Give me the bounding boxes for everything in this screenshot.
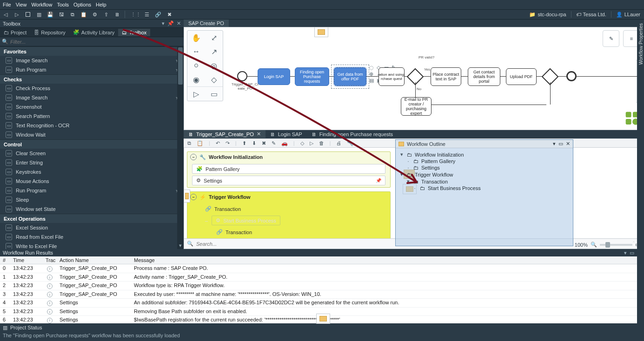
outline-title-bar[interactable]: Workflow Outline ▾ ▭ ✕ bbox=[396, 140, 573, 148]
panel-menu-icon[interactable]: ▾ bbox=[162, 20, 165, 26]
wft-diamond-icon[interactable]: ◇ bbox=[300, 140, 304, 146]
toolbox-group[interactable]: Favorites˅ bbox=[0, 46, 184, 56]
scroll-thumb[interactable] bbox=[178, 47, 183, 85]
menu-options[interactable]: Options bbox=[73, 2, 91, 7]
tree-row[interactable]: ·🗀Settings bbox=[399, 164, 569, 171]
collapse-icon[interactable]: – bbox=[205, 218, 208, 223]
toolbox-group[interactable]: Checks˅ bbox=[0, 74, 184, 84]
panel-pin-icon[interactable]: 📌 bbox=[167, 20, 174, 26]
wf-pattern-gallery[interactable]: 🧩 Pattern Gallery bbox=[192, 164, 385, 174]
bpmn-task-place-contract[interactable]: Place contract text in SAP bbox=[431, 67, 461, 86]
panel-pin-icon[interactable]: ▭ bbox=[630, 250, 634, 256]
tool-link-icon[interactable]: 🔗 bbox=[154, 11, 162, 18]
col-trace[interactable]: Trac bbox=[43, 256, 57, 264]
tool-open-icon[interactable]: ▥ bbox=[35, 11, 43, 18]
toolbox-group[interactable]: Excel Operations˅ bbox=[0, 214, 184, 223]
toolbox-item[interactable]: ▭Check Process bbox=[0, 84, 184, 93]
wft-trash-icon[interactable]: 🗑 bbox=[319, 140, 324, 146]
palette-gateway-icon[interactable]: ◇ bbox=[205, 72, 223, 86]
toolbox-list[interactable]: ▴ ▾ Favorites˅▭Image Search★▭Run Program… bbox=[0, 46, 184, 249]
toolbox-item[interactable]: ▭Keystrokes bbox=[0, 167, 184, 177]
page-handle-top[interactable] bbox=[314, 27, 328, 37]
tool-back-icon[interactable]: ◁ bbox=[2, 11, 9, 18]
run-results-grid[interactable]: # Time Trac Action Name Message 013:42:2… bbox=[0, 256, 644, 323]
wft-copy-icon[interactable]: ⧉ bbox=[187, 140, 191, 146]
palette-start-icon[interactable] bbox=[187, 59, 205, 72]
outline-menu-icon[interactable]: ▾ bbox=[553, 141, 556, 147]
col-message[interactable]: Message bbox=[131, 256, 644, 264]
panel-menu-icon[interactable]: ▾ bbox=[624, 250, 627, 256]
wf-tab-find[interactable]: 🗎 Finding open Purchase requests bbox=[307, 131, 398, 138]
zoom-slider[interactable] bbox=[600, 244, 632, 246]
wft-edit-icon[interactable]: ✎ bbox=[272, 140, 276, 146]
outline-tree[interactable]: ▾🗀Workflow Initialization·🗀Pattern Galle… bbox=[396, 148, 573, 194]
tab-repository[interactable]: 🗄 Repository bbox=[30, 29, 69, 36]
tool-new-icon[interactable] bbox=[24, 11, 32, 18]
toolbox-item[interactable]: ▭Window Wait bbox=[0, 130, 184, 139]
table-row[interactable]: 013:42:23iTrigger_SAP_Create_POProcess n… bbox=[0, 264, 644, 273]
toolbox-item[interactable]: ▭Image Search★ bbox=[0, 93, 184, 102]
col-index[interactable]: # bbox=[0, 256, 10, 264]
palette-subprocess-icon[interactable]: ▭ bbox=[205, 87, 223, 101]
bpmn-task-get-contact[interactable]: Get contact details from portal bbox=[468, 67, 500, 86]
wft-play-icon[interactable]: ▷ bbox=[310, 140, 313, 146]
workflow-outline-window[interactable]: Workflow Outline ▾ ▭ ✕ ▾🗀Workflow Initia… bbox=[395, 139, 573, 246]
toolbox-item[interactable]: ▭Run Program★ bbox=[0, 186, 184, 195]
wf-settings[interactable]: ⚙ Settings bbox=[192, 176, 385, 185]
tree-row[interactable]: ▾🗀Transaction bbox=[399, 178, 569, 185]
menu-workflow[interactable]: Workflow bbox=[31, 2, 52, 7]
bpmn-task-find-pr[interactable]: Finding open Purchase requests bbox=[295, 67, 329, 86]
palette-end-icon[interactable]: ◉ bbox=[187, 72, 205, 86]
toolbox-group[interactable]: Control˅ bbox=[0, 139, 184, 149]
toolbox-item[interactable]: ▭Sleep bbox=[0, 195, 184, 204]
toolbox-item[interactable]: ▭Text Recognition - OCR bbox=[0, 121, 184, 130]
wft-wrench-icon[interactable]: 🔧 bbox=[347, 140, 353, 146]
palette-connect-icon[interactable]: ↗ bbox=[205, 45, 223, 59]
tool-export-icon[interactable]: ⇪ bbox=[102, 11, 110, 18]
wft-delete-icon[interactable]: ✖ bbox=[262, 140, 266, 146]
wft-print-icon[interactable]: 🖨 bbox=[336, 140, 341, 146]
bpmn-gateway-1[interactable] bbox=[409, 71, 421, 83]
wf-transaction-bottom[interactable]: 🔗 Transaction bbox=[216, 228, 381, 236]
toolbox-item[interactable]: ▭Clear Screen bbox=[0, 149, 184, 158]
canvas-edit-icon[interactable]: ✎ bbox=[603, 30, 619, 47]
tool-settings-icon[interactable]: ⚙ bbox=[91, 11, 99, 18]
col-time[interactable]: Time bbox=[10, 256, 43, 264]
wf-group-initialization[interactable]: – 🔧 Workflow Initialization 🧩 Pattern Ga… bbox=[187, 151, 391, 188]
side-handle-left[interactable] bbox=[184, 190, 190, 203]
wft-up-icon[interactable]: ⬆ bbox=[242, 140, 246, 146]
tool-trash-icon[interactable]: ✖ bbox=[166, 11, 173, 18]
tool-saveall-icon[interactable]: 🖫 bbox=[58, 11, 65, 18]
outline-pin-icon[interactable]: ▭ bbox=[558, 141, 563, 147]
toolbox-item[interactable]: ▭Write to Excel File bbox=[0, 242, 184, 249]
bpmn-canvas[interactable]: ✋⤢ ↔↗ ◎ ◉◇ ▷▭ ✎ ≡ Properties Panel Trigg… bbox=[184, 27, 644, 130]
toolbox-item[interactable]: ▭Excel Session bbox=[0, 223, 184, 232]
collapse-icon[interactable]: – bbox=[190, 154, 197, 160]
filter-input[interactable] bbox=[10, 39, 182, 45]
scroll-down-icon[interactable]: ▾ bbox=[177, 243, 184, 249]
doc-tab-sap-create-po[interactable]: SAP Create PO bbox=[184, 20, 229, 27]
tool-doc-icon[interactable]: 🗎 bbox=[113, 11, 121, 18]
bpmn-task-partial[interactable]: ation and ssing rchase quest bbox=[378, 67, 405, 86]
tool-save-icon[interactable]: 💾 bbox=[46, 11, 54, 18]
palette-play-icon[interactable]: ▷ bbox=[187, 87, 205, 101]
zoom-control[interactable]: 100% 🔍 ▭ bbox=[575, 242, 640, 248]
palette-hand-icon[interactable]: ✋ bbox=[187, 31, 205, 45]
tool-paste-icon[interactable]: 📋 bbox=[80, 11, 87, 18]
bpmn-end-event[interactable] bbox=[566, 71, 577, 81]
panel-close-icon[interactable]: ✕ bbox=[177, 20, 181, 26]
workflow-properties-side-tab[interactable]: Workflow Properties bbox=[638, 20, 644, 67]
wf-tab-trigger[interactable]: 🗎 Trigger_SAP_Create_PO ✕ bbox=[184, 130, 266, 138]
scrollbar[interactable]: ▴ ▾ bbox=[177, 46, 184, 249]
bpmn-task-email-pr[interactable]: E-mail to PR creator / purchasing expert bbox=[401, 97, 432, 116]
wf-start-business-process[interactable]: ⚙ Start Business Process bbox=[212, 216, 280, 225]
wft-car-icon[interactable]: 🚗 bbox=[281, 140, 288, 146]
tree-row[interactable]: ▾🗀Trigger Workflow bbox=[399, 171, 569, 178]
tool-fwd-icon[interactable]: ▷ bbox=[13, 11, 20, 18]
toolbox-item[interactable]: ▭Window set State bbox=[0, 204, 184, 214]
toolbox-item[interactable]: ▭Enter String bbox=[0, 158, 184, 167]
menu-file[interactable]: File bbox=[3, 2, 11, 7]
outline-close-icon[interactable]: ✕ bbox=[566, 141, 570, 147]
bpmn-gateway-2[interactable] bbox=[544, 71, 556, 83]
menu-help[interactable]: Help bbox=[96, 2, 106, 7]
